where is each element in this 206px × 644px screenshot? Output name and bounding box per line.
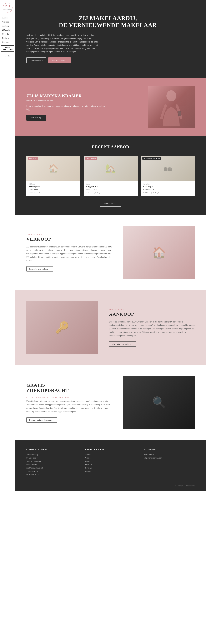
property-meta: ⊡ 143m² 🛏 2 slaapkamers — [28, 192, 78, 194]
footer-link-privacy[interactable]: Privacybeleid — [144, 453, 195, 456]
aankoop-heading: AANKOOP — [109, 312, 195, 317]
sidebar-item-reviews[interactable]: Reviews — [0, 36, 15, 40]
mariska-photo — [148, 86, 195, 128]
footer-email[interactable]: info@zijmakelaardij.nl — [26, 466, 77, 470]
footer-col-contact: CONTACTGEGEVENS ZIJ makelaardij De Stuit… — [26, 448, 77, 476]
verkoop-section: van jouw huis VERKOOP ZIJ makelaardij ge… — [15, 215, 206, 290]
social-links: f ◻ — [6, 55, 10, 57]
bekijk-aanbod-cta-button[interactable]: Bekijk aanbod › — [100, 201, 121, 206]
footer-link-contact[interactable]: Contact — [85, 470, 136, 473]
verkoop-description: ZIJ makelaardij gelooft in de kracht van… — [26, 245, 112, 262]
section-divider — [106, 150, 115, 151]
footer-link-reviews[interactable]: Reviews — [85, 466, 136, 470]
footer-company: ZIJ makelaardij — [26, 453, 77, 456]
zoekopdracht-text-block: GRATIS ZOEKOPDRACHT altijd eerder dan de… — [26, 382, 112, 422]
property-size: ⊡ 98m² — [86, 192, 91, 194]
footer-bottom: © Copyright - ZIJ Makelaardij — [26, 482, 195, 486]
mariska-description: In het proces leer ik jou goed kennen, d… — [26, 104, 106, 111]
instagram-icon[interactable]: ◻ — [8, 55, 10, 57]
zoekopdracht-description: Zoek jij al een tijdje naar die parel va… — [26, 400, 112, 414]
property-name: Kosterij 8 — [143, 185, 193, 188]
size-icon: ⊡ — [143, 192, 144, 194]
hero-section: ZIJ MAKELAARDIJ, DE VERNIEUWENDE MAKELAA… — [15, 0, 206, 78]
footer-link-over[interactable]: Over ZIJ — [85, 463, 136, 466]
footer-link-aanbod[interactable]: Aanbod — [85, 453, 136, 456]
chevron-icon: › — [66, 59, 67, 61]
size-icon: ⊡ — [86, 192, 87, 194]
footer-link-verkoop[interactable]: Verkoop — [85, 456, 136, 460]
sidebar-item-contact[interactable]: Contact — [0, 40, 15, 44]
meer-over-mij-button[interactable]: Meer over mij › — [26, 115, 46, 120]
verkoop-subtitle: van jouw huis — [26, 234, 112, 235]
aanbod-cta: Bekijk aanbod › — [26, 201, 195, 206]
aankoop-text-block: van jouw huis AANKOOP Ben jij op zoek na… — [109, 308, 195, 347]
zoekopdracht-subtitle: altijd eerder dan de Funda plaatsing — [26, 396, 112, 398]
hero-buttons: Bekijk aanbod › Neem contact op › — [26, 58, 98, 63]
sidebar-item-over-zij[interactable]: Over ZIJ — [0, 32, 15, 36]
zoekopdracht-cta-button[interactable]: Doe een gratis zoekopdracht › — [26, 418, 57, 422]
property-image: Verkoop onder voorbehoud 🏘 — [141, 156, 195, 181]
property-price: € 695.000 k.k. — [28, 188, 78, 190]
property-image: Beschikbaar 🏡 — [84, 156, 138, 181]
aankoop-image: 🔑 — [26, 301, 98, 354]
copyright-text: © Copyright - ZIJ Makelaardij — [175, 485, 195, 486]
logo[interactable]: ZIJ MAKELAARDIJ — [3, 3, 12, 12]
footer-grid: CONTACTGEGEVENS ZIJ makelaardij De Stuit… — [26, 448, 195, 476]
zoekopdracht-section: GRATIS ZOEKOPDRACHT altijd eerder dan de… — [15, 365, 206, 440]
sidebar-item-aankoop[interactable]: Aankoop — [0, 24, 15, 28]
mariska-image-block — [115, 86, 195, 128]
sidebar-item-verkoop[interactable]: Verkoop — [0, 20, 15, 24]
footer-col3-title: ALGEMEEN — [144, 448, 195, 450]
bekijk-aanbod-button[interactable]: Bekijk aanbod › — [26, 58, 46, 63]
footer: CONTACTGEGEVENS ZIJ makelaardij De Stuit… — [15, 440, 206, 490]
chevron-icon: › — [42, 59, 43, 61]
mariska-subtitle: heerlijk stel is mijzelf aan jou voor — [26, 99, 106, 102]
verkoop-text-block: van jouw huis VERKOOP ZIJ makelaardij ge… — [26, 234, 112, 272]
sidebar: ZIJ MAKELAARDIJ Aanbod Verkoop Aankoop Z… — [0, 0, 15, 490]
footer-region: Noord-Holland — [26, 463, 77, 466]
neem-contact-op-button[interactable]: Neem contact op › — [48, 58, 71, 63]
sidebar-navigation: Aanbod Verkoop Aankoop ZIJ zoekt Over ZI… — [0, 16, 15, 44]
chevron-icon: › — [116, 203, 117, 205]
bed-icon: 🛏 — [37, 192, 38, 194]
mariska-photo-inner — [148, 86, 195, 128]
footer-link-voorwaarden[interactable]: Algemene voorwaarden — [144, 456, 195, 460]
mariska-title: ZIJ IS MARISKA KRAMER — [26, 93, 106, 98]
footer-col-help: KAN IK JE HELPEN? Aanbod Verkoop Aankoop… — [85, 448, 136, 476]
hero-text-block: Welkom bij ZIJ makelaardij, de betrouwba… — [26, 34, 98, 63]
sidebar-item-aanbod[interactable]: Aanbod — [0, 16, 15, 20]
aankoop-description: Ben jij op zoek naar een nieuwe woning? … — [109, 320, 195, 338]
facebook-icon[interactable]: f — [6, 55, 6, 57]
verkoop-info-button[interactable]: Informatie over verkoop › — [26, 266, 53, 272]
property-bedrooms: 🛏 1 slaapkamers — [151, 192, 163, 194]
sidebar-item-zij-zoekt[interactable]: ZIJ zoekt — [0, 28, 15, 32]
recent-aanbod-section: RECENT AANBOD Verkocht 🏠 Wijdenes Blokdi… — [15, 136, 206, 215]
svg-text:ZIJ: ZIJ — [5, 4, 10, 8]
mariska-text-block: ZIJ IS MARISKA KRAMER heerlijk stel is m… — [26, 93, 106, 121]
footer-phone2: M: 06 425 140 78 — [26, 473, 77, 476]
hero-description: Welkom bij ZIJ makelaardij, de betrouwba… — [26, 34, 98, 54]
zoekopdracht-image: 🔍 — [123, 376, 195, 429]
properties-grid: Verkocht 🏠 Wijdenes Blokdijk 98 € 695.00… — [26, 156, 195, 196]
footer-col2-title: KAN IK JE HELPEN? — [85, 448, 136, 450]
aankoop-subtitle: van jouw huis — [109, 308, 195, 310]
footer-link-aankoop[interactable]: Aankoop — [85, 460, 136, 463]
property-name: Huigerdijk 4 — [86, 185, 135, 188]
recent-aanbod-title: RECENT AANBOD — [26, 144, 195, 149]
svg-rect-4 — [178, 111, 181, 116]
aankoop-info-button[interactable]: Informatie over aankoop › — [109, 342, 136, 346]
footer-address1: De Stuit Slga 9 — [26, 456, 77, 460]
property-info: Wijdenes Blokdijk 98 € 695.000 k.k. ⊡ 14… — [26, 181, 80, 196]
property-card: Verkoop onder voorbehoud 🏘 Venhuizen Kos… — [141, 156, 195, 196]
hero-title: ZIJ MAKELAARDIJ, DE VERNIEUWENDE MAKELAA… — [26, 15, 189, 29]
verkoop-heading: VERKOOP — [26, 236, 112, 242]
zoekopdracht-heading: GRATIS ZOEKOPDRACHT — [26, 382, 112, 393]
mariska-section: ZIJ IS MARISKA KRAMER heerlijk stel is m… — [15, 78, 206, 136]
property-info: IJseren Huigerdijk 4 € 499.000 k.k. ⊡ 98… — [84, 181, 138, 196]
property-location: Venhuizen — [143, 183, 193, 185]
property-card: Beschikbaar 🏡 IJseren Huigerdijk 4 € 499… — [84, 156, 138, 196]
footer-col-algemeen: ALGEMEEN Privacybeleid Algemene voorwaar… — [144, 448, 195, 476]
property-price: € 400.000 k.k. — [143, 188, 193, 190]
property-name: Blokdijk 98 — [28, 185, 78, 188]
gratis-zoekopdracht-button[interactable]: Gratis zoekopdracht — [1, 46, 14, 52]
